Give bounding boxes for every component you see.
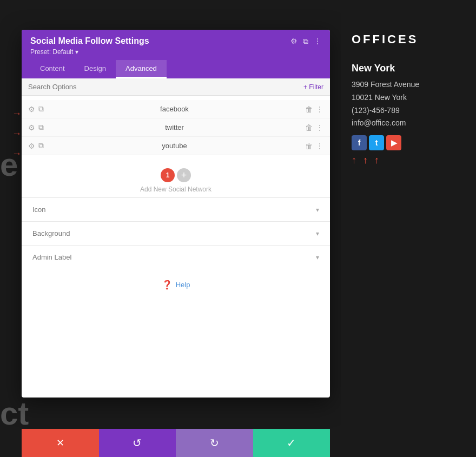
copy-icon-facebook[interactable]: ⧉ xyxy=(38,104,44,114)
panel-title-row: Social Media Follow Settings ⚙ ⧉ ⋮ xyxy=(30,36,321,46)
office-email: info@office.com xyxy=(352,118,406,127)
accordion-admin-label: Admin Label ▾ xyxy=(22,245,330,269)
network-name-youtube: youtube xyxy=(44,142,305,150)
accordion-icon-header[interactable]: Icon ▾ xyxy=(22,198,330,221)
chevron-down-icon-background: ▾ xyxy=(316,230,319,237)
youtube-social-icon[interactable]: ▶ xyxy=(386,135,401,150)
trash-icon-twitter[interactable]: 🗑 xyxy=(305,123,313,132)
undo-icon: ↺ xyxy=(133,436,142,449)
add-plus-button[interactable]: + xyxy=(177,168,191,182)
more-icon-facebook[interactable]: ⋮ xyxy=(316,105,323,114)
network-left-icons-twitter: ⚙ ⧉ xyxy=(28,123,44,132)
arrow-up-1: ↑ xyxy=(352,155,356,166)
network-right-icons-facebook: 🗑 ⋮ xyxy=(305,105,323,114)
accordion-background-title: Background xyxy=(32,229,70,237)
help-icon: ❓ xyxy=(162,280,173,290)
accordion-icon: Icon ▾ xyxy=(22,197,330,221)
network-left-icons-facebook: ⚙ ⧉ xyxy=(28,104,44,114)
cancel-button[interactable]: ✕ xyxy=(22,429,99,457)
search-input[interactable] xyxy=(28,83,303,91)
network-item-twitter: ⚙ ⧉ twitter 🗑 ⋮ xyxy=(22,118,330,137)
expand-icon[interactable]: ⧉ xyxy=(303,37,308,46)
gear-icon-twitter[interactable]: ⚙ xyxy=(28,123,35,132)
copy-icon-youtube[interactable]: ⧉ xyxy=(38,141,44,150)
address-line1: 3909 Forest Avenue xyxy=(352,80,419,89)
add-badge[interactable]: 1 xyxy=(161,168,175,182)
accordion-admin-label-title: Admin Label xyxy=(32,253,71,261)
panel-header-icons: ⚙ ⧉ ⋮ xyxy=(290,37,321,46)
network-name-twitter: twitter xyxy=(44,123,305,131)
help-link[interactable]: Help xyxy=(176,281,190,289)
tab-design[interactable]: Design xyxy=(75,60,116,78)
accordion-icon-title: Icon xyxy=(32,206,46,214)
network-right-icons-twitter: 🗑 ⋮ xyxy=(305,123,323,132)
facebook-social-icon[interactable]: f xyxy=(352,135,367,150)
accordion-background: Background ▾ xyxy=(22,221,330,245)
arrow-left-2: → xyxy=(12,128,22,140)
help-section: ❓ Help xyxy=(22,269,330,301)
filter-button[interactable]: + Filter xyxy=(303,83,323,91)
more-icon-youtube[interactable]: ⋮ xyxy=(316,142,323,150)
network-right-icons-youtube: 🗑 ⋮ xyxy=(305,142,323,150)
social-icons: f t ▶ xyxy=(352,135,460,150)
office-address: 3909 Forest Avenue 10021 New York (123)-… xyxy=(352,78,460,130)
add-network-label: Add New Social Network xyxy=(140,186,211,193)
more-icon-twitter[interactable]: ⋮ xyxy=(316,123,323,132)
preset-label[interactable]: Preset: Default ▾ xyxy=(30,48,78,56)
edge-text-ct: ct xyxy=(0,395,29,432)
arrow-left-1: → xyxy=(12,108,22,120)
search-bar: + Filter xyxy=(22,78,330,96)
network-name-facebook: facebook xyxy=(44,105,305,113)
panel-header: Social Media Follow Settings ⚙ ⧉ ⋮ Prese… xyxy=(22,30,330,78)
redo-icon: ↻ xyxy=(210,436,219,449)
right-panel: OFFICES New York 3909 Forest Avenue 1002… xyxy=(341,0,476,457)
more-icon[interactable]: ⋮ xyxy=(314,37,321,46)
office-city: New York xyxy=(352,63,460,74)
add-network-section: 1 + Add New Social Network xyxy=(22,160,330,197)
twitter-social-icon[interactable]: t xyxy=(369,135,384,150)
chevron-down-icon-admin-label: ▾ xyxy=(316,254,319,261)
arrows-up-group: ↑ ↑ ↑ xyxy=(352,155,460,166)
chevron-down-icon-icon: ▾ xyxy=(316,206,319,214)
panel-title: Social Media Follow Settings xyxy=(30,36,149,46)
trash-icon-facebook[interactable]: 🗑 xyxy=(305,105,313,114)
accordion-background-header[interactable]: Background ▾ xyxy=(22,222,330,245)
redo-button[interactable]: ↻ xyxy=(176,429,253,457)
undo-button[interactable]: ↺ xyxy=(99,429,176,457)
network-list: ⚙ ⧉ facebook 🗑 ⋮ ⚙ ⧉ twitter 🗑 ⋮ ⚙ xyxy=(22,96,330,160)
arrow-up-3: ↑ xyxy=(374,155,379,166)
address-line2: 10021 New York xyxy=(352,93,407,102)
accordion-admin-label-header[interactable]: Admin Label ▾ xyxy=(22,246,330,269)
filter-label: + Filter xyxy=(303,83,323,91)
arrow-left-3: → xyxy=(12,148,22,160)
cancel-icon: ✕ xyxy=(56,437,64,449)
offices-title: OFFICES xyxy=(352,32,460,47)
settings-icon[interactable]: ⚙ xyxy=(290,37,298,46)
save-button[interactable]: ✓ xyxy=(253,429,330,457)
office-phone: (123)-456-789 xyxy=(352,106,400,115)
gear-icon-youtube[interactable]: ⚙ xyxy=(28,142,35,150)
network-item-youtube: ⚙ ⧉ youtube 🗑 ⋮ xyxy=(22,137,330,155)
gear-icon-facebook[interactable]: ⚙ xyxy=(28,105,35,114)
tab-content[interactable]: Content xyxy=(30,60,75,78)
tab-advanced[interactable]: Advanced xyxy=(116,60,167,78)
tabs: Content Design Advanced xyxy=(30,60,321,78)
network-left-icons-youtube: ⚙ ⧉ xyxy=(28,141,44,150)
preset-row: Preset: Default ▾ xyxy=(30,48,321,56)
copy-icon-twitter[interactable]: ⧉ xyxy=(38,123,44,132)
add-buttons: 1 + xyxy=(161,168,191,182)
save-icon: ✓ xyxy=(287,436,296,449)
arrow-up-2: ↑ xyxy=(363,155,368,166)
settings-panel: Social Media Follow Settings ⚙ ⧉ ⋮ Prese… xyxy=(22,30,330,398)
network-item-facebook: ⚙ ⧉ facebook 🗑 ⋮ xyxy=(22,100,330,118)
trash-icon-youtube[interactable]: 🗑 xyxy=(305,142,313,150)
panel-footer: ✕ ↺ ↻ ✓ xyxy=(22,429,330,457)
